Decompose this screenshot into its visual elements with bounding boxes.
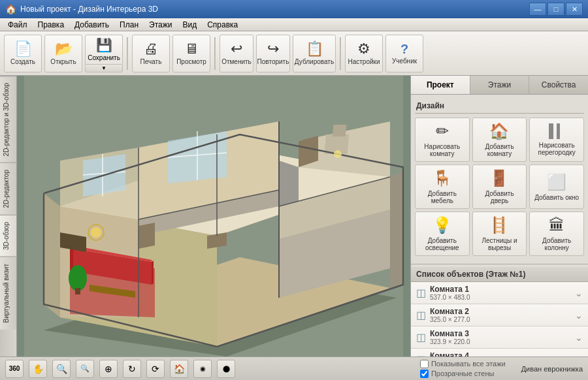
status-rotate-btn[interactable]: ↻	[123, 360, 141, 378]
new-icon: 📄	[14, 42, 32, 56]
tab-floors[interactable]: Этажи	[470, 76, 530, 94]
left-sidebar-tabs: 2D-редактор и 3D-обзор 2D-редактор 3D-об…	[0, 76, 17, 356]
svg-marker-5	[390, 172, 403, 288]
toolbar-settings[interactable]: ⚙ Настройки	[345, 35, 383, 72]
svg-marker-19	[152, 261, 154, 285]
toolbar-print[interactable]: 🖨 Печать	[132, 35, 170, 72]
add-window-icon: ⬜	[547, 173, 566, 191]
btn-draw-partition[interactable]: Нарисовать перегородку	[529, 118, 584, 162]
btn-add-furniture[interactable]: 🪑 Добавить мебель	[415, 165, 470, 209]
toolbar-undo[interactable]: ↩ Отменить	[220, 35, 253, 72]
status-checkboxes: Показывать все этажи Прозрачные стены	[420, 360, 506, 378]
print-icon: 🖨	[144, 42, 158, 56]
btn-add-column[interactable]: 🏛 Добавить колонну	[529, 212, 584, 256]
toolbar-sep-3	[340, 37, 341, 70]
status-home-btn[interactable]: 🏠	[170, 360, 188, 378]
stairs-icon: 🪜	[489, 216, 509, 234]
menu-add[interactable]: Добавить	[69, 18, 114, 31]
svg-point-43	[334, 150, 342, 158]
maximize-button[interactable]: □	[547, 3, 564, 16]
tab-virtual[interactable]: Виртуальный визит	[0, 257, 16, 330]
object-item-room3[interactable]: ◫ Комната 3 323.9 × 220.0 ⌄	[411, 326, 588, 349]
object-item-room1[interactable]: ◫ Комната 1 537.0 × 483.0 ⌄	[411, 282, 588, 304]
title-bar: 🏠 Новый проект - Дизайн Интерьера 3D — □…	[0, 0, 588, 18]
title-bar-title: Новый проект - Дизайн Интерьера 3D	[20, 5, 158, 14]
room-icon-3: ◫	[416, 331, 426, 343]
toolbar-new[interactable]: 📄 Создать	[4, 35, 42, 72]
toolbar-sep-2	[214, 37, 216, 70]
status-fit-btn[interactable]: ⊕	[99, 360, 118, 378]
item-arrow-2: ⌄	[575, 310, 583, 321]
btn-stairs-cutouts[interactable]: 🪜 Лестницы и вырезы	[472, 212, 527, 256]
close-button[interactable]: ✕	[566, 3, 583, 16]
status-reset-btn[interactable]: ⟳	[146, 360, 165, 378]
menu-bar: Файл Правка Добавить План Этажи Вид Спра…	[0, 18, 588, 31]
add-light-icon: 💡	[433, 216, 452, 234]
status-extra1-btn[interactable]: ◉	[193, 360, 212, 378]
right-panel-tabs: Проект Этажи Свойства	[411, 76, 588, 95]
menu-help[interactable]: Справка	[202, 18, 243, 31]
room-icon-2: ◫	[416, 309, 426, 321]
toolbar-preview[interactable]: 🖥 Просмотр	[172, 35, 210, 72]
object-item-room2[interactable]: ◫ Комната 2 325.0 × 277.0 ⌄	[411, 304, 588, 326]
svg-rect-22	[75, 288, 80, 294]
transparent-walls-row: Прозрачные стены	[420, 370, 506, 378]
toolbar-sep-1	[127, 37, 128, 70]
show-all-floors-row: Показывать все этажи	[420, 360, 506, 368]
open-icon: 📂	[55, 42, 73, 56]
tab-project[interactable]: Проект	[411, 76, 470, 94]
status-right-label: Диван еврокнижка	[521, 365, 583, 373]
undo-icon: ↩	[231, 42, 242, 56]
status-hand-btn[interactable]: ✋	[29, 360, 47, 378]
menu-edit[interactable]: Правка	[33, 18, 70, 31]
status-bar: 360 ✋ 🔍 🔍 ⊕ ↻ ⟳ 🏠 ◉ ⬤ Показывать все эта…	[0, 356, 588, 380]
btn-add-light[interactable]: 💡 Добавить освещение	[415, 212, 470, 256]
minimize-button[interactable]: —	[529, 3, 546, 16]
toolbar-duplicate[interactable]: 📋 Дублировать	[293, 35, 336, 72]
status-extra2-btn[interactable]: ⬤	[217, 360, 235, 378]
app-logo-icon: 🏠	[5, 4, 16, 14]
main-view[interactable]	[17, 76, 410, 356]
svg-marker-28	[139, 223, 155, 249]
design-grid: ✏ Нарисовать комнату 🏠 Добавить комнату …	[415, 118, 584, 256]
show-all-floors-checkbox[interactable]	[420, 360, 429, 368]
add-column-icon: 🏛	[549, 216, 564, 234]
svg-point-21	[69, 265, 87, 291]
menu-plan[interactable]: План	[114, 18, 144, 31]
redo-icon: ↪	[267, 42, 279, 56]
tab-3d[interactable]: 3D-обзор	[0, 215, 16, 257]
tab-properties[interactable]: Свойства	[529, 76, 588, 94]
status-360-btn[interactable]: 360	[5, 360, 24, 378]
draw-partition-icon	[549, 123, 564, 139]
menu-file[interactable]: Файл	[3, 18, 33, 31]
toolbar-redo[interactable]: ↪ Повторить	[256, 35, 290, 72]
svg-marker-4	[44, 193, 60, 317]
btn-add-room[interactable]: 🏠 Добавить комнату	[472, 118, 527, 162]
draw-room-icon: ✏	[436, 122, 449, 140]
floor-plan-3d-view	[17, 76, 410, 356]
btn-draw-room[interactable]: ✏ Нарисовать комнату	[415, 118, 470, 162]
btn-add-door[interactable]: 🚪 Добавить дверь	[472, 165, 527, 209]
toolbar-tutorial[interactable]: ? Учебник	[385, 35, 423, 72]
status-zoom-out-btn[interactable]: 🔍	[76, 360, 94, 378]
item-arrow-3: ⌄	[575, 332, 583, 343]
transparent-walls-label: Прозрачные стены	[431, 370, 494, 377]
show-all-floors-label: Показывать все этажи	[431, 360, 506, 368]
tab-2d[interactable]: 2D-редактор	[0, 163, 16, 215]
menu-view[interactable]: Вид	[177, 18, 202, 31]
settings-icon: ⚙	[357, 42, 370, 56]
toolbar-open[interactable]: 📂 Открыть	[44, 35, 82, 72]
tab-2d-3d[interactable]: 2D-редактор и 3D-обзор	[0, 76, 16, 163]
status-zoom-in-btn[interactable]: 🔍	[52, 360, 71, 378]
menu-floors[interactable]: Этажи	[144, 18, 177, 31]
tutorial-icon: ?	[400, 42, 408, 55]
toolbar-save[interactable]: 💾 Сохранить	[85, 35, 123, 65]
add-furniture-icon: 🪑	[433, 169, 452, 187]
item-arrow-1: ⌄	[575, 288, 583, 298]
transparent-walls-checkbox[interactable]	[420, 370, 429, 378]
add-room-icon: 🏠	[489, 122, 509, 140]
svg-rect-26	[333, 125, 347, 136]
room-icon-1: ◫	[416, 287, 426, 299]
toolbar-save-arrow[interactable]: ▼	[85, 65, 123, 72]
btn-add-window[interactable]: ⬜ Добавить окно	[529, 165, 584, 209]
